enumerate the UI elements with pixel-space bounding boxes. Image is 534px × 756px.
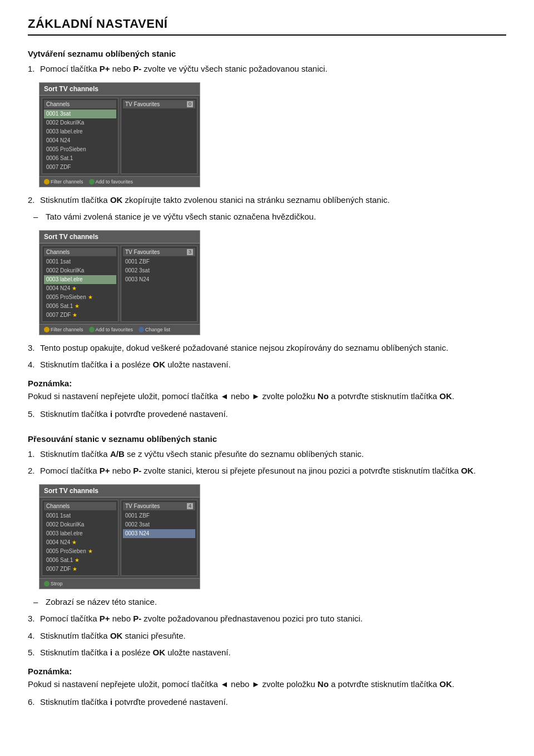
section2-heading: Přesouvání stanic v seznamu oblíbených s… xyxy=(28,434,506,444)
screen1-col2: TV Favourites 0 xyxy=(121,98,197,174)
s2-step-6-num: 6. xyxy=(28,696,40,709)
s2-step-3: 3. Pomocí tlačítka P+ nebo P- zvolte pož… xyxy=(28,613,506,625)
screen1-item-1: 0001 3sat xyxy=(44,110,116,118)
screen2-btn1: Filter channels xyxy=(44,327,83,332)
screen1-item-4: 0004 N24 xyxy=(44,136,116,145)
screen2-item-7: 0007 ZDF xyxy=(44,311,116,320)
screen1-item-7: 0007 ZDF xyxy=(44,163,116,172)
screen3-item-2: 0002 DokurilKa xyxy=(44,520,116,529)
step-3: 3. Tento postup opakujte, dokud veškeré … xyxy=(28,342,506,355)
screen2-item-6: 0006 Sat.1 xyxy=(44,302,116,311)
step-2-num: 2. xyxy=(28,194,40,207)
screen2-col2: TV Favourites 3 0001 ZBF 0002 3sat 0003 … xyxy=(121,246,197,322)
screen3-footer: Strop xyxy=(39,578,200,589)
screen2-btn3: Change list xyxy=(139,327,170,332)
screen3-fav-1: 0001 ZBF xyxy=(123,511,195,520)
s2-step-4: 4. Stisknutím tlačítka OK stanici přesuň… xyxy=(28,630,506,643)
step-2-text: Stisknutím tlačítka OK zkopírujte takto … xyxy=(40,194,506,207)
screen3-col1-header: Channels xyxy=(44,502,116,510)
s2-step-5-text: Stisknutím tlačítka i a posléze OK uložt… xyxy=(40,646,506,659)
step-1-num: 1. xyxy=(28,63,40,76)
step-4-num: 4. xyxy=(28,359,40,371)
page-title: ZÁKLADNÍ NASTAVENÍ xyxy=(28,17,506,36)
s2-step-2-num: 2. xyxy=(28,465,40,478)
screen1-btn2: Add to favourites xyxy=(89,179,134,185)
s2-step-6: 6. Stisknutím tlačítka i potvrďte proved… xyxy=(28,696,506,709)
screen1-btn1: Filter channels xyxy=(44,179,83,185)
screen2-item-2: 0002 DokurilKa xyxy=(44,266,116,275)
screen1-item-6: 0006 Sat.1 xyxy=(44,154,116,163)
screen2-col1: Channels 0001 1sat 0002 DokurilKa 0003 l… xyxy=(42,246,118,322)
screen3-item-6: 0006 Sat.1 xyxy=(44,556,116,565)
screen2-col1-header: Channels xyxy=(44,248,116,256)
screen1-col1-header: Channels xyxy=(44,100,116,108)
screen2-title: Sort TV channels xyxy=(39,231,200,243)
dash-2-text: Zobrazí se název této stanice. xyxy=(46,596,506,609)
s2-step-5-num: 5. xyxy=(28,646,40,659)
screen2-footer: Filter channels Add to favourites Change… xyxy=(39,324,200,335)
screen2-fav-3: 0003 N24 xyxy=(123,275,195,284)
screen1-col1: Channels 0001 3sat 0002 DokurilKa 0003 l… xyxy=(42,98,118,174)
step-1-text: Pomocí tlačítka P+ nebo P- zvolte ve výč… xyxy=(40,63,506,76)
screen2-item-5: 0005 ProSieben xyxy=(44,293,116,302)
note1-text: Pokud si nastavení nepřejete uložit, pom… xyxy=(28,391,454,401)
screen1: Sort TV channels Channels 0001 3sat 0002… xyxy=(39,82,200,187)
s2-step-3-text: Pomocí tlačítka P+ nebo P- zvolte požado… xyxy=(40,613,506,625)
s2-step-1-text: Stisknutím tlačítka A/B se z výčtu všech… xyxy=(40,448,506,461)
note2-text: Pokud si nastavení nepřejete uložit, pom… xyxy=(28,679,454,689)
note2-label: Poznámka: xyxy=(28,667,72,676)
note1-label: Poznámka: xyxy=(28,379,72,388)
screen1-item-5: 0005 ProSieben xyxy=(44,145,116,154)
screen3-col2-badge: 4 xyxy=(187,503,193,509)
screen1-item-2: 0002 DokurilKa xyxy=(44,118,116,127)
screen2-col2-badge: 3 xyxy=(187,249,193,255)
step-2: 2. Stisknutím tlačítka OK zkopírujte tak… xyxy=(28,194,506,207)
step-3-num: 3. xyxy=(28,342,40,355)
screen2-item-4: 0004 N24 xyxy=(44,284,116,293)
screen2-item-3: 0003 label.elre xyxy=(44,275,116,284)
screen2-col2-header: TV Favourites 3 xyxy=(123,248,195,256)
screen3-col1: Channels 0001 1sat 0002 DokurilKa 0003 l… xyxy=(42,500,118,576)
s2-step-4-text: Stisknutím tlačítka OK stanici přesuňte. xyxy=(40,630,506,643)
step-5: 5. Stisknutím tlačítka i potvrďte proved… xyxy=(28,408,506,421)
screen1-item-3: 0003 label.elre xyxy=(44,127,116,136)
dash-1: – Tato vámi zvolená stanice je ve výčtu … xyxy=(33,211,506,223)
step-3-text: Tento postup opakujte, dokud veškeré pož… xyxy=(40,342,506,355)
step-4: 4. Stisknutím tlačítka i a posléze OK ul… xyxy=(28,359,506,371)
screen2-btn2: Add to favourites xyxy=(89,327,134,332)
screen2-item-1: 0001 1sat xyxy=(44,257,116,266)
s2-step-4-num: 4. xyxy=(28,630,40,643)
s2-step-6-text: Stisknutím tlačítka i potvrďte provedené… xyxy=(40,696,506,709)
screen2-fav-1: 0001 ZBF xyxy=(123,257,195,266)
screen3-title: Sort TV channels xyxy=(39,485,200,498)
screen2: Sort TV channels Channels 0001 1sat 0002… xyxy=(39,230,200,335)
s2-step-2: 2. Pomocí tlačítka P+ nebo P- zvolte sta… xyxy=(28,465,506,478)
screen3-item-3: 0003 label.elre xyxy=(44,529,116,538)
screen3-fav-2: 0002 3sat xyxy=(123,520,195,529)
dash-1-text: Tato vámi zvolená stanice je ve výčtu vš… xyxy=(46,211,506,223)
step-5-text: Stisknutím tlačítka i potvrďte provedené… xyxy=(40,408,506,421)
s2-step-2-text: Pomocí tlačítka P+ nebo P- zvolte stanic… xyxy=(40,465,506,478)
s2-step-1: 1. Stisknutím tlačítka A/B se z výčtu vš… xyxy=(28,448,506,461)
screen3-item-7: 0007 ZDF xyxy=(44,565,116,574)
step-5-num: 5. xyxy=(28,408,40,421)
screen3-item-1: 0001 1sat xyxy=(44,511,116,520)
screen1-title: Sort TV channels xyxy=(39,83,200,96)
section1-heading: Vytváření seznamu oblíbených stanic xyxy=(28,49,506,58)
s2-step-1-num: 1. xyxy=(28,448,40,461)
screen1-footer: Filter channels Add to favourites xyxy=(39,176,200,187)
screen1-col2-badge: 0 xyxy=(187,101,193,107)
screen3-col2-header: TV Favourites 4 xyxy=(123,502,195,510)
note2: Poznámka: Pokud si nastavení nepřejete u… xyxy=(28,665,506,691)
s2-step-3-num: 3. xyxy=(28,613,40,625)
screen3-btn1: Strop xyxy=(44,581,63,586)
step-1: 1. Pomocí tlačítka P+ nebo P- zvolte ve … xyxy=(28,63,506,76)
screen1-col2-header: TV Favourites 0 xyxy=(123,100,195,108)
screen3-fav-3: 0003 N24 xyxy=(123,529,195,538)
step-4-text: Stisknutím tlačítka i a posléze OK uložt… xyxy=(40,359,506,371)
screen2-fav-2: 0002 3sat xyxy=(123,266,195,275)
screen3-col2: TV Favourites 4 0001 ZBF 0002 3sat 0003 … xyxy=(121,500,197,576)
screen3-item-5: 0005 ProSieben xyxy=(44,547,116,556)
screen3-item-4: 0004 N24 xyxy=(44,538,116,547)
s2-step-5: 5. Stisknutím tlačítka i a posléze OK ul… xyxy=(28,646,506,659)
